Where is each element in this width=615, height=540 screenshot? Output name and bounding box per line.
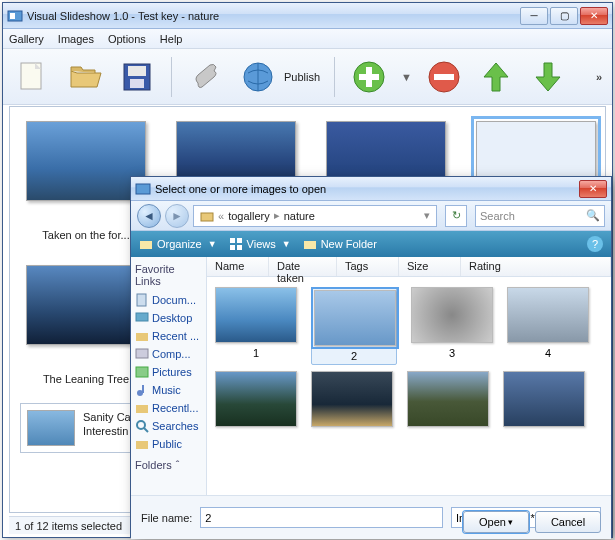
menu-images[interactable]: Images (58, 33, 94, 45)
thumbnail[interactable]: The Leaning Tree (26, 265, 146, 385)
file-item[interactable]: 3 (411, 287, 493, 365)
fav-computer[interactable]: Comp... (135, 345, 202, 363)
file-item-selected[interactable]: 2 (311, 287, 397, 365)
open-button[interactable]: Open▾ (463, 511, 529, 533)
main-titlebar[interactable]: Visual Slideshow 1.0 - Test key - nature… (3, 3, 612, 29)
svg-rect-23 (137, 294, 146, 306)
svg-rect-10 (359, 74, 379, 80)
chevron-down-icon: ▾ (508, 517, 513, 527)
minimize-button[interactable]: ─ (520, 7, 548, 25)
thumbnail[interactable]: Taken on the for... (26, 121, 146, 241)
help-button[interactable]: ? (587, 236, 603, 252)
menubar: Gallery Images Options Help (3, 29, 612, 49)
forward-button[interactable]: ► (165, 204, 189, 228)
fav-searches[interactable]: Searches (135, 417, 202, 435)
file-item[interactable] (503, 371, 585, 427)
dialog-title: Select one or more images to open (155, 183, 579, 195)
dialog-navbar: ◄ ► « togallery ▸ nature ▾ ↻ Search🔍 (131, 201, 611, 231)
save-button[interactable] (117, 57, 157, 97)
folders-toggle[interactable]: Foldersˆ (135, 459, 202, 471)
svg-rect-27 (136, 367, 148, 377)
file-item[interactable]: 4 (507, 287, 589, 365)
toolbar-divider (171, 57, 172, 97)
window-title: Visual Slideshow 1.0 - Test key - nature (27, 10, 520, 22)
svg-rect-18 (230, 238, 235, 243)
svg-point-31 (137, 421, 145, 429)
organize-bar: Organize▼ Views▼ New Folder ? (131, 231, 611, 257)
menu-options[interactable]: Options (108, 33, 146, 45)
search-icon: 🔍 (586, 209, 600, 222)
back-button[interactable]: ◄ (137, 204, 161, 228)
open-dialog: Select one or more images to open ✕ ◄ ► … (130, 176, 612, 538)
maximize-button[interactable]: ▢ (550, 7, 578, 25)
cancel-button[interactable]: Cancel (535, 511, 601, 533)
move-up-button[interactable] (476, 57, 516, 97)
dropdown-icon[interactable]: ▼ (401, 71, 412, 83)
fav-public[interactable]: Public (135, 435, 202, 453)
organize-button[interactable]: Organize▼ (139, 237, 217, 251)
file-list-pane: Name Date taken Tags Size Rating 1 2 3 4 (207, 257, 611, 495)
status-text: 1 of 12 items selected (15, 520, 122, 532)
folder-icon (139, 237, 153, 251)
toolbar: Publish ▼ » (3, 49, 612, 105)
svg-rect-5 (128, 66, 146, 76)
new-folder-button[interactable]: New Folder (303, 237, 377, 251)
svg-rect-22 (304, 241, 316, 249)
svg-marker-14 (536, 63, 560, 91)
breadcrumb[interactable]: « togallery ▸ nature ▾ (193, 205, 437, 227)
refresh-button[interactable]: ↻ (445, 205, 467, 227)
new-button[interactable] (13, 57, 53, 97)
svg-rect-25 (136, 333, 148, 341)
favorites-panel: Favorite Links Docum... Desktop Recent .… (131, 257, 207, 495)
fav-documents[interactable]: Docum... (135, 291, 202, 309)
publish-label: Publish (284, 71, 320, 83)
fav-recently[interactable]: Recentl... (135, 399, 202, 417)
fav-music[interactable]: Music (135, 381, 202, 399)
svg-rect-24 (136, 313, 148, 321)
filename-label: File name: (141, 512, 192, 524)
svg-rect-19 (237, 238, 242, 243)
svg-rect-6 (130, 79, 144, 88)
add-button[interactable] (349, 57, 389, 97)
app-icon (135, 181, 151, 197)
dialog-titlebar[interactable]: Select one or more images to open ✕ (131, 177, 611, 201)
menu-help[interactable]: Help (160, 33, 183, 45)
svg-rect-26 (136, 349, 148, 358)
favorites-header: Favorite Links (135, 263, 202, 287)
svg-rect-1 (10, 13, 15, 19)
svg-rect-16 (201, 213, 213, 221)
folder-icon (303, 237, 317, 251)
svg-rect-12 (434, 74, 454, 80)
fav-desktop[interactable]: Desktop (135, 309, 202, 327)
svg-marker-13 (484, 63, 508, 91)
column-headers[interactable]: Name Date taken Tags Size Rating (207, 257, 611, 277)
file-item[interactable] (407, 371, 489, 427)
app-icon (7, 8, 23, 24)
settings-button[interactable] (186, 57, 226, 97)
views-button[interactable]: Views▼ (229, 237, 291, 251)
fav-pictures[interactable]: Pictures (135, 363, 202, 381)
svg-rect-15 (136, 184, 150, 194)
svg-rect-21 (237, 245, 242, 250)
publish-button[interactable] (238, 57, 278, 97)
svg-rect-33 (136, 441, 148, 449)
filename-input[interactable] (200, 507, 443, 528)
dialog-close-button[interactable]: ✕ (579, 180, 607, 198)
detail-thumb (27, 410, 75, 446)
menu-gallery[interactable]: Gallery (9, 33, 44, 45)
svg-rect-30 (136, 405, 148, 413)
open-button[interactable] (65, 57, 105, 97)
fav-recent[interactable]: Recent ... (135, 327, 202, 345)
remove-button[interactable] (424, 57, 464, 97)
file-item[interactable]: 1 (215, 287, 297, 365)
file-item[interactable] (215, 371, 297, 427)
search-input[interactable]: Search🔍 (475, 205, 605, 227)
move-down-button[interactable] (528, 57, 568, 97)
svg-rect-17 (140, 241, 152, 249)
close-button[interactable]: ✕ (580, 7, 608, 25)
overflow-icon[interactable]: » (596, 71, 602, 83)
file-grid: 1 2 3 4 (207, 277, 611, 495)
views-icon (229, 237, 243, 251)
svg-rect-20 (230, 245, 235, 250)
file-item[interactable] (311, 371, 393, 427)
